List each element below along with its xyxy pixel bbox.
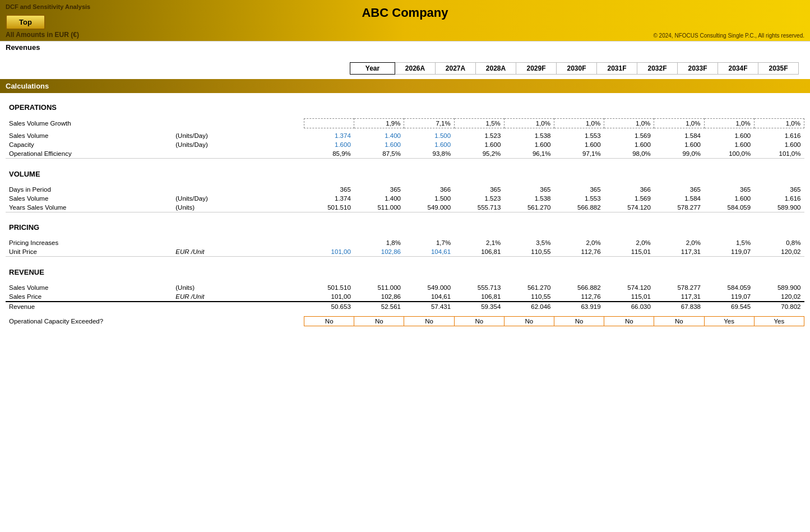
top-button[interactable]: Top bbox=[6, 15, 45, 30]
rsv-2031f: 566.882 bbox=[554, 283, 604, 292]
capacity-unit: (Units/Day) bbox=[172, 140, 248, 149]
rev-2029f: 59.354 bbox=[454, 302, 504, 311]
cap-2032f: 1.600 bbox=[604, 140, 654, 149]
oce-2026a: No bbox=[304, 317, 354, 326]
svgrow-2026a bbox=[304, 118, 354, 128]
col-2033f: 2033F bbox=[678, 63, 718, 75]
cap-2026a: 1.600 bbox=[304, 140, 354, 149]
up-2031f: 112,76 bbox=[554, 247, 604, 257]
ops-sv-2033f: 1.584 bbox=[654, 131, 704, 140]
ysv-2034f: 584.059 bbox=[704, 203, 754, 212]
ysv-2032f: 574.120 bbox=[604, 203, 654, 212]
cap-2029f: 1.600 bbox=[454, 140, 504, 149]
oe-2032f: 98,0% bbox=[604, 149, 654, 159]
rev-2034f: 69.545 bbox=[704, 302, 754, 311]
sp-2034f: 119,07 bbox=[704, 292, 754, 302]
oe-2027a: 87,5% bbox=[354, 149, 404, 159]
cap-2030f: 1.600 bbox=[504, 140, 554, 149]
sp-2030f: 110,55 bbox=[504, 292, 554, 302]
oe-2026a: 85,9% bbox=[304, 149, 354, 159]
vol-sales-volume-label: Sales Volume bbox=[6, 194, 172, 203]
vsv-2035f: 1.616 bbox=[754, 194, 804, 203]
sp-2031f: 112,76 bbox=[554, 292, 604, 302]
svgrow-2030f: 1,0% bbox=[504, 118, 554, 128]
oe-2031f: 97,1% bbox=[554, 149, 604, 159]
rev-2027a: 52.561 bbox=[354, 302, 404, 311]
up-2033f: 117,31 bbox=[654, 247, 704, 257]
rev-2026a: 50.653 bbox=[304, 302, 354, 311]
ops-sales-volume-label: Sales Volume bbox=[6, 131, 172, 140]
oce-2035f: Yes bbox=[754, 317, 804, 326]
oe-2034f: 100,0% bbox=[704, 149, 754, 159]
oe-2030f: 96,1% bbox=[504, 149, 554, 159]
col-2034f: 2034F bbox=[718, 63, 758, 75]
pi-2028a: 1,7% bbox=[404, 238, 454, 247]
dip-2033f: 365 bbox=[654, 185, 704, 194]
company-title: ABC Company bbox=[95, 6, 715, 20]
svgrow-2032f: 1,0% bbox=[604, 118, 654, 128]
ops-sales-volume-unit: (Units/Day) bbox=[172, 131, 248, 140]
col-2035f: 2035F bbox=[758, 63, 799, 75]
ops-efficiency-unit bbox=[172, 149, 248, 159]
ysv-2029f: 555.713 bbox=[454, 203, 504, 212]
rsv-2029f: 555.713 bbox=[454, 283, 504, 292]
svgrow-2027a: 1,9% bbox=[354, 118, 404, 128]
sp-2026a: 101,00 bbox=[304, 292, 354, 302]
rev-2028a: 57.431 bbox=[404, 302, 454, 311]
ysv-2026a: 501.510 bbox=[304, 203, 354, 212]
rsv-2032f: 574.120 bbox=[604, 283, 654, 292]
rev-2032f: 66.030 bbox=[604, 302, 654, 311]
sales-price-row: Sales Price EUR /Unit 101,00 102,86 104,… bbox=[6, 292, 804, 302]
vsv-2032f: 1.569 bbox=[604, 194, 654, 203]
unit-price-unit: EUR /Unit bbox=[172, 247, 248, 257]
up-2035f: 120,02 bbox=[754, 247, 804, 257]
calculations-label: Calculations bbox=[6, 82, 49, 90]
up-2032f: 115,01 bbox=[604, 247, 654, 257]
col-2028a: 2028A bbox=[476, 63, 516, 75]
cap-2031f: 1.600 bbox=[554, 140, 604, 149]
revenue-section-header: REVENUE bbox=[6, 259, 804, 280]
years-sales-volume-unit: (Units) bbox=[172, 203, 248, 212]
vsv-2033f: 1.584 bbox=[654, 194, 704, 203]
dip-2034f: 365 bbox=[704, 185, 754, 194]
dip-2026a: 365 bbox=[304, 185, 354, 194]
unit-price-row: Unit Price EUR /Unit 101,00 102,86 104,6… bbox=[6, 247, 804, 257]
ops-sv-2035f: 1.616 bbox=[754, 131, 804, 140]
oce-2029f: No bbox=[454, 317, 504, 326]
vsv-2029f: 1.523 bbox=[454, 194, 504, 203]
dip-2030f: 365 bbox=[504, 185, 554, 194]
sp-2035f: 120,02 bbox=[754, 292, 804, 302]
dip-2027a: 365 bbox=[354, 185, 404, 194]
ops-sv-2027a: 1.400 bbox=[354, 131, 404, 140]
up-2029f: 106,81 bbox=[454, 247, 504, 257]
ysv-2035f: 589.900 bbox=[754, 203, 804, 212]
oe-2028a: 93,8% bbox=[404, 149, 454, 159]
svgrow-2033f: 1,0% bbox=[654, 118, 704, 128]
oce-2027a: No bbox=[354, 317, 404, 326]
vsv-2028a: 1.500 bbox=[404, 194, 454, 203]
cap-2028a: 1.600 bbox=[404, 140, 454, 149]
copyright: © 2024, NFOCUS Consulting Single P.C., A… bbox=[653, 33, 804, 39]
col-2029f: 2029F bbox=[516, 63, 557, 75]
sp-2027a: 102,86 bbox=[354, 292, 404, 302]
oe-2033f: 99,0% bbox=[654, 149, 704, 159]
ysv-2030f: 561.270 bbox=[504, 203, 554, 212]
rsv-2033f: 578.277 bbox=[654, 283, 704, 292]
pi-2029f: 2,1% bbox=[454, 238, 504, 247]
vsv-2031f: 1.553 bbox=[554, 194, 604, 203]
pi-2032f: 2,0% bbox=[604, 238, 654, 247]
amounts-label: All Amounts in EUR (€) bbox=[6, 31, 79, 39]
year-column-header: Year bbox=[350, 63, 395, 75]
operational-capacity-label: Operational Capacity Exceeded? bbox=[6, 317, 249, 326]
revenues-label: Revenues bbox=[6, 43, 40, 52]
oce-2034f: Yes bbox=[704, 317, 754, 326]
pricing-section-header: PRICING bbox=[6, 214, 804, 235]
svgrow-2034f: 1,0% bbox=[704, 118, 754, 128]
pi-2030f: 3,5% bbox=[504, 238, 554, 247]
cap-2027a: 1.600 bbox=[354, 140, 404, 149]
ops-efficiency-label: Operational Efficiency bbox=[6, 149, 172, 159]
ysv-2031f: 566.882 bbox=[554, 203, 604, 212]
revenue-row: Revenue 50.653 52.561 57.431 59.354 62.0… bbox=[6, 302, 804, 311]
years-sales-volume-label: Years Sales Volume bbox=[6, 203, 172, 212]
revenue-unit bbox=[172, 302, 248, 311]
